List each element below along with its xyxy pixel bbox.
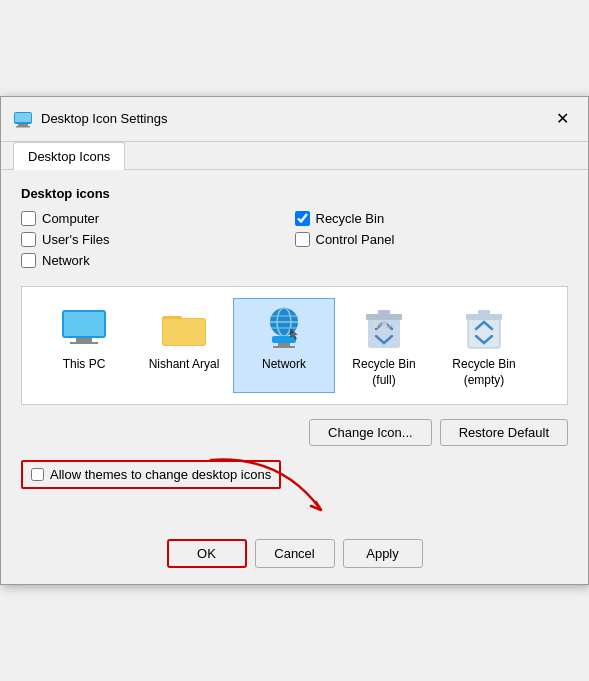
svg-rect-5 bbox=[64, 312, 104, 336]
cancel-button[interactable]: Cancel bbox=[255, 539, 335, 568]
network-label: Network bbox=[262, 357, 306, 373]
bottom-actions: OK Cancel Apply bbox=[1, 529, 588, 584]
icon-grid-container: This PC Nishant Aryal bbox=[21, 286, 568, 405]
tab-bar: Desktop Icons bbox=[1, 142, 588, 170]
svg-rect-18 bbox=[273, 346, 295, 348]
computer-label: Computer bbox=[42, 211, 99, 226]
network-checkbox[interactable] bbox=[21, 253, 36, 268]
computer-checkbox[interactable] bbox=[21, 211, 36, 226]
svg-rect-7 bbox=[70, 342, 98, 344]
svg-rect-16 bbox=[272, 336, 296, 343]
title-bar: Desktop Icon Settings ✕ bbox=[1, 97, 588, 142]
recycle-full-label: Recycle Bin(full) bbox=[352, 357, 415, 388]
network-icon bbox=[259, 303, 309, 353]
icon-item-network[interactable]: Network bbox=[234, 299, 334, 392]
checkbox-computer: Computer bbox=[21, 211, 295, 226]
dialog-window: Desktop Icon Settings ✕ Desktop Icons De… bbox=[0, 96, 589, 585]
restore-default-button[interactable]: Restore Default bbox=[440, 419, 568, 446]
ok-button[interactable]: OK bbox=[167, 539, 247, 568]
close-button[interactable]: ✕ bbox=[548, 105, 576, 133]
themes-section: Allow themes to change desktop icons bbox=[21, 460, 568, 505]
user-label: User's Files bbox=[42, 232, 110, 247]
svg-rect-2 bbox=[16, 126, 30, 128]
desktop-icons-checkboxes: Computer Recycle Bin User's Files Contro… bbox=[21, 211, 568, 268]
svg-rect-6 bbox=[76, 338, 92, 342]
app-icon bbox=[13, 109, 33, 129]
dialog-title: Desktop Icon Settings bbox=[41, 111, 167, 126]
svg-rect-3 bbox=[15, 113, 31, 122]
icon-item-recycle-empty[interactable]: Recycle Bin(empty) bbox=[434, 299, 534, 392]
section-label: Desktop icons bbox=[21, 186, 568, 201]
control-checkbox[interactable] bbox=[295, 232, 310, 247]
recycle-full-icon bbox=[359, 303, 409, 353]
nishant-label: Nishant Aryal bbox=[149, 357, 220, 373]
checkbox-user: User's Files bbox=[21, 232, 295, 247]
recycle-label: Recycle Bin bbox=[316, 211, 385, 226]
recycle-empty-label: Recycle Bin(empty) bbox=[452, 357, 515, 388]
recycle-checkbox[interactable] bbox=[295, 211, 310, 226]
svg-rect-23 bbox=[374, 322, 378, 328]
checkbox-control: Control Panel bbox=[295, 232, 569, 247]
control-label: Control Panel bbox=[316, 232, 395, 247]
thispc-label: This PC bbox=[63, 357, 106, 373]
icon-item-nishant[interactable]: Nishant Aryal bbox=[134, 299, 234, 392]
change-icon-button[interactable]: Change Icon... bbox=[309, 419, 432, 446]
thispc-icon bbox=[59, 303, 109, 353]
icon-actions: Change Icon... Restore Default bbox=[21, 419, 568, 446]
themes-checkbox[interactable] bbox=[31, 468, 44, 481]
network-label: Network bbox=[42, 253, 90, 268]
svg-rect-10 bbox=[163, 319, 205, 345]
icon-grid: This PC Nishant Aryal bbox=[34, 299, 555, 392]
svg-rect-22 bbox=[378, 310, 390, 315]
icon-item-recycle-full[interactable]: Recycle Bin(full) bbox=[334, 299, 434, 392]
user-checkbox[interactable] bbox=[21, 232, 36, 247]
title-bar-left: Desktop Icon Settings bbox=[13, 109, 167, 129]
svg-rect-27 bbox=[478, 310, 490, 315]
svg-rect-1 bbox=[18, 124, 28, 126]
tab-desktop-icons[interactable]: Desktop Icons bbox=[13, 142, 125, 170]
recycle-empty-icon bbox=[459, 303, 509, 353]
themes-checkbox-row: Allow themes to change desktop icons bbox=[21, 460, 281, 489]
checkbox-network: Network bbox=[21, 253, 295, 268]
themes-label: Allow themes to change desktop icons bbox=[50, 467, 271, 482]
icon-item-thispc[interactable]: This PC bbox=[34, 299, 134, 392]
dialog-content: Desktop icons Computer Recycle Bin User'… bbox=[1, 170, 588, 529]
nishant-icon bbox=[159, 303, 209, 353]
apply-button[interactable]: Apply bbox=[343, 539, 423, 568]
svg-rect-17 bbox=[278, 343, 290, 346]
checkbox-recycle: Recycle Bin bbox=[295, 211, 569, 226]
